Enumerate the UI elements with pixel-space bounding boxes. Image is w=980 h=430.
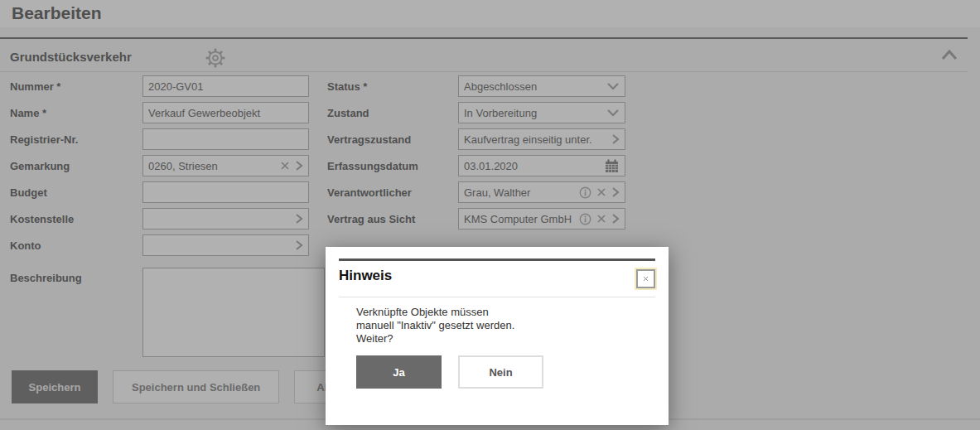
dialog-accent-line: [339, 258, 655, 261]
close-icon: [643, 273, 649, 284]
dialog-message: Verknüpfte Objekte müssen manuell "Inakt…: [356, 306, 514, 345]
dialog-message-line3: Weiter?: [356, 332, 514, 345]
hinweis-dialog: Hinweis Verknüpfte Objekte müssen manuel…: [326, 247, 669, 425]
dialog-message-line2: manuell "Inaktiv" gesetzt werden.: [356, 319, 514, 332]
dialog-title: Hinweis: [339, 268, 392, 284]
ja-button[interactable]: Ja: [356, 355, 442, 389]
close-button[interactable]: [636, 269, 655, 288]
dialog-message-line1: Verknüpfte Objekte müssen: [356, 306, 514, 319]
nein-button[interactable]: Nein: [458, 355, 543, 389]
dialog-separator: [339, 297, 655, 297]
